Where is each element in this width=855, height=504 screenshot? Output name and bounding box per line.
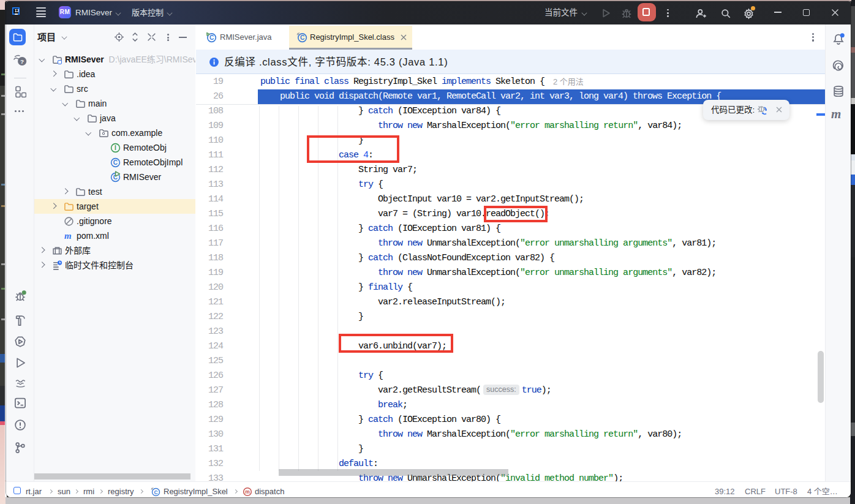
svg-text:C: C (154, 489, 157, 495)
svg-text:?: ? (20, 58, 24, 65)
svg-text:C: C (113, 159, 118, 166)
svg-text:m: m (245, 489, 250, 495)
svg-text:I: I (115, 145, 116, 151)
svg-text:C: C (300, 34, 305, 41)
svg-text:C: C (209, 34, 214, 41)
